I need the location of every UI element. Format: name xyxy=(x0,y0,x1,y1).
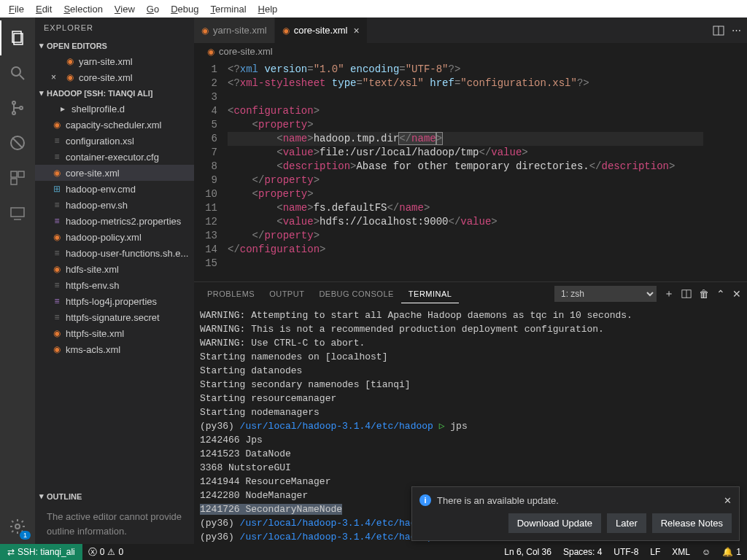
status-lncol[interactable]: Ln 6, Col 36 xyxy=(498,547,557,557)
open-editor-item[interactable]: ◉yarn-site.xml xyxy=(35,53,194,69)
file-name: httpfs-site.xml xyxy=(66,328,124,339)
file-name: capacity-scheduler.xml xyxy=(66,120,162,131)
section-open-editors[interactable]: ▾OPEN EDITORS xyxy=(35,38,194,53)
status-spaces[interactable]: Spaces: 4 xyxy=(557,547,608,557)
activity-extensions-icon[interactable] xyxy=(0,160,35,195)
file-item[interactable]: ◉httpfs-site.xml xyxy=(35,325,194,341)
file-item[interactable]: ≡container-executor.cfg xyxy=(35,149,194,165)
menu-help[interactable]: Help xyxy=(252,2,284,16)
menu-go[interactable]: Go xyxy=(141,2,165,16)
activity-settings-icon[interactable]: 1 xyxy=(0,509,35,544)
notification-button[interactable]: Release Notes xyxy=(652,513,732,533)
editor-tab[interactable]: ◉ yarn-site.xml xyxy=(194,18,275,43)
svg-rect-9 xyxy=(11,171,17,177)
code-content[interactable]: <?xml version="1.0" encoding="UTF-8"?><?… xyxy=(228,60,703,281)
rss-icon: ◉ xyxy=(51,232,63,242)
file-item[interactable]: ◉core-site.xml xyxy=(35,165,194,181)
more-actions-icon[interactable]: ⋯ xyxy=(732,25,741,36)
explorer-sidebar: EXPLORER ▾OPEN EDITORS ◉yarn-site.xml × … xyxy=(35,18,194,544)
editor-tabs: ◉ yarn-site.xml ◉ core-site.xml × ⋯ xyxy=(194,18,747,43)
file-item[interactable]: ≡httpfs-signature.secret xyxy=(35,309,194,325)
notification-button[interactable]: Later xyxy=(607,513,646,533)
status-remote[interactable]: ⇄SSH: tianqi_ali xyxy=(0,544,82,560)
notification-button[interactable]: Download Update xyxy=(508,513,601,533)
new-terminal-icon[interactable]: ＋ xyxy=(664,287,674,300)
file-item[interactable]: ≡hadoop-env.sh xyxy=(35,197,194,213)
section-outline[interactable]: ▾OUTLINE xyxy=(35,489,194,504)
panel-tab[interactable]: DEBUG CONSOLE xyxy=(311,285,400,303)
status-notifications[interactable]: 🔔 1 xyxy=(716,547,747,557)
breadcrumb[interactable]: ◉ core-site.xml xyxy=(194,43,747,60)
file-item[interactable]: ▸shellprofile.d xyxy=(35,101,194,117)
file-name: hadoop-env.sh xyxy=(66,200,128,211)
menu-file[interactable]: File xyxy=(3,2,30,16)
split-terminal-icon[interactable] xyxy=(681,289,692,299)
file-name: hadoop-metrics2.properties xyxy=(66,216,181,227)
activity-remote-icon[interactable] xyxy=(0,195,35,230)
close-icon[interactable]: × xyxy=(51,72,61,82)
line-gutter: 123456789101112131415 xyxy=(194,60,228,281)
file-name: core-site.xml xyxy=(66,168,120,179)
status-problems[interactable]: ⓧ0 ⚠0 xyxy=(82,546,129,559)
file-item[interactable]: ◉hadoop-policy.xml xyxy=(35,229,194,245)
close-panel-icon[interactable]: ✕ xyxy=(732,288,741,300)
panel-tab[interactable]: PROBLEMS xyxy=(200,285,262,303)
menu-view[interactable]: View xyxy=(109,2,141,16)
info-icon: i xyxy=(419,494,431,506)
file-name: httpfs-log4j.properties xyxy=(66,296,157,307)
svg-point-5 xyxy=(12,112,15,114)
minimap[interactable] xyxy=(703,60,747,281)
status-language[interactable]: XML xyxy=(666,547,696,557)
split-editor-icon[interactable] xyxy=(713,25,724,36)
file-name: yarn-site.xml xyxy=(79,56,133,67)
file-item[interactable]: ◉hdfs-site.xml xyxy=(35,261,194,277)
file-item[interactable]: ◉kms-acls.xml xyxy=(35,341,194,357)
rss-icon: ◉ xyxy=(64,56,76,66)
xml-icon: ≡ xyxy=(51,312,63,322)
svg-line-3 xyxy=(20,75,24,79)
svg-line-8 xyxy=(12,138,23,148)
status-eol[interactable]: LF xyxy=(644,547,666,557)
menu-debug[interactable]: Debug xyxy=(165,2,204,16)
xml-icon: ≡ xyxy=(51,152,63,162)
file-name: hdfs-site.xml xyxy=(66,264,119,275)
svg-point-14 xyxy=(15,524,20,529)
editor-tab[interactable]: ◉ core-site.xml × xyxy=(275,18,368,43)
file-item[interactable]: ≡configuration.xsl xyxy=(35,133,194,149)
status-encoding[interactable]: UTF-8 xyxy=(608,547,644,557)
activity-search-icon[interactable] xyxy=(0,55,35,90)
file-item[interactable]: ⊞hadoop-env.cmd xyxy=(35,181,194,197)
file-item[interactable]: ◉capacity-scheduler.xml xyxy=(35,117,194,133)
file-name: hadoop-policy.xml xyxy=(66,232,142,243)
activity-scm-icon[interactable] xyxy=(0,90,35,125)
file-item[interactable]: ≡httpfs-env.sh xyxy=(35,277,194,293)
file-name: configuration.xsl xyxy=(66,136,134,147)
activity-explorer-icon[interactable] xyxy=(0,20,35,55)
svg-rect-11 xyxy=(11,179,17,184)
section-workspace[interactable]: ▾HADOOP [SSH: TIANQI ALI] xyxy=(35,85,194,101)
rss-icon: ◉ xyxy=(51,328,63,338)
outline-message: The active editor cannot provide outline… xyxy=(35,504,194,544)
activity-debug-icon[interactable] xyxy=(0,125,35,160)
code-editor[interactable]: 123456789101112131415 <?xml version="1.0… xyxy=(194,60,747,281)
terminal-select[interactable]: 1: zsh xyxy=(554,286,657,302)
menu-selection[interactable]: Selection xyxy=(58,2,108,16)
panel-tab[interactable]: TERMINAL xyxy=(401,285,460,303)
file-name: kms-acls.xml xyxy=(66,344,120,355)
notification-close-icon[interactable]: ✕ xyxy=(724,495,732,506)
maximize-panel-icon[interactable]: ⌃ xyxy=(716,288,725,300)
file-item[interactable]: ≡hadoop-metrics2.properties xyxy=(35,213,194,229)
close-tab-icon[interactable]: × xyxy=(353,25,359,36)
open-editor-item[interactable]: × ◉core-site.xml xyxy=(35,69,194,85)
rss-icon: ◉ xyxy=(51,120,63,130)
file-item[interactable]: ≡hadoop-user-functions.sh.e... xyxy=(35,245,194,261)
status-feedback-icon[interactable]: ☺ xyxy=(696,547,716,557)
win-icon: ⊞ xyxy=(51,184,63,194)
panel-tabs: PROBLEMSOUTPUTDEBUG CONSOLETERMINAL 1: z… xyxy=(194,282,747,306)
kill-terminal-icon[interactable]: 🗑 xyxy=(699,288,709,300)
svg-rect-10 xyxy=(18,171,24,177)
menu-terminal[interactable]: Terminal xyxy=(204,2,252,16)
file-item[interactable]: ≡httpfs-log4j.properties xyxy=(35,293,194,309)
menu-edit[interactable]: Edit xyxy=(30,2,58,16)
panel-tab[interactable]: OUTPUT xyxy=(262,285,311,303)
